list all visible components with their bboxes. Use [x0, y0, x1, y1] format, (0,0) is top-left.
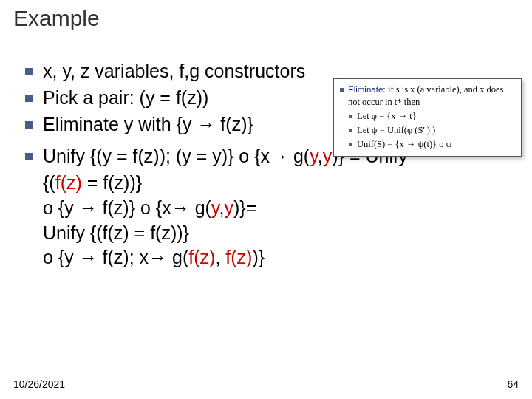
- t-red: y: [310, 146, 318, 166]
- t-red: f(z): [55, 172, 82, 193]
- t: )}: [252, 247, 265, 267]
- bullet-text: Pick a pair: (y = f(z)): [43, 86, 208, 111]
- t: Let: [357, 111, 372, 121]
- slide: Example x, y, z variables, f,g construct…: [0, 0, 532, 399]
- t: ψ = Unif(φ (S' ) ): [372, 125, 435, 135]
- t: {(: [43, 172, 55, 193]
- bullet-icon: [25, 95, 33, 102]
- inset-row: Eliminate: if s is x (a variable), and x…: [340, 83, 515, 109]
- cont-line: o {y → f(z)} o {x→ g(y,y)}=: [25, 196, 519, 221]
- inset-text: Unif(S) = {x → ψ(t)} o ψ: [357, 138, 451, 151]
- t: )}=: [233, 197, 256, 218]
- t: Unify {(f(z) = f(z))}: [43, 222, 189, 243]
- bullet-text: x, y, z variables, f,g constructors: [43, 59, 305, 84]
- t-red: f(z): [188, 247, 215, 267]
- cont-line: Unify {(f(z) = f(z))}: [25, 221, 519, 246]
- t: φ = {x → t}: [372, 111, 417, 121]
- t-red: y: [323, 146, 332, 166]
- bullet-icon: [25, 153, 33, 160]
- t: o {y → f(z); x→ g(: [43, 247, 188, 267]
- t: Let: [357, 125, 372, 135]
- inset-bullet-icon: [349, 129, 352, 132]
- inset-bullet-icon: [349, 143, 352, 146]
- t-blue: Eliminate: [348, 85, 383, 94]
- bullet-text: Eliminate y with {y → f(z)}: [43, 112, 253, 137]
- cont-line: o {y → f(z); x→ g(f(z), f(z))}: [25, 245, 519, 270]
- t-red: f(z): [225, 247, 252, 267]
- t: Unify {(y = f(z)); (y = y)} o {x→ g(: [43, 146, 310, 166]
- inset-bullet-icon: [340, 88, 344, 92]
- t-red: y: [211, 197, 219, 218]
- t: = f(z))}: [82, 172, 142, 193]
- inset-row: Let φ = {x → t}: [349, 110, 515, 123]
- inset-text: Let φ = {x → t}: [357, 110, 417, 123]
- cont-line: {(f(z) = f(z))}: [25, 171, 519, 196]
- t: Unif(S) = {x → ψ(t)} o ψ: [357, 139, 451, 149]
- t: ,: [215, 247, 225, 267]
- footer-date: 10/26/2021: [13, 378, 65, 390]
- bullet-icon: [25, 121, 33, 129]
- inset-text: Eliminate: if s is x (a variable), and x…: [348, 83, 515, 109]
- inset-row: Let ψ = Unif(φ (S' ) ): [349, 124, 515, 137]
- bullet-icon: [25, 68, 33, 75]
- inset-text: Let ψ = Unif(φ (S' ) ): [357, 124, 435, 137]
- inset-row: Unif(S) = {x → ψ(t)} o ψ: [349, 138, 515, 151]
- slide-title: Example: [13, 6, 519, 31]
- footer-page: 64: [507, 378, 519, 390]
- t: o {y → f(z)} o {x→ g(: [43, 197, 211, 218]
- inset-box: Eliminate: if s is x (a variable), and x…: [333, 78, 522, 157]
- footer: 10/26/2021 64: [13, 378, 519, 390]
- t: ,: [318, 146, 323, 166]
- inset-bullet-icon: [349, 115, 352, 118]
- t-red: y: [224, 197, 233, 218]
